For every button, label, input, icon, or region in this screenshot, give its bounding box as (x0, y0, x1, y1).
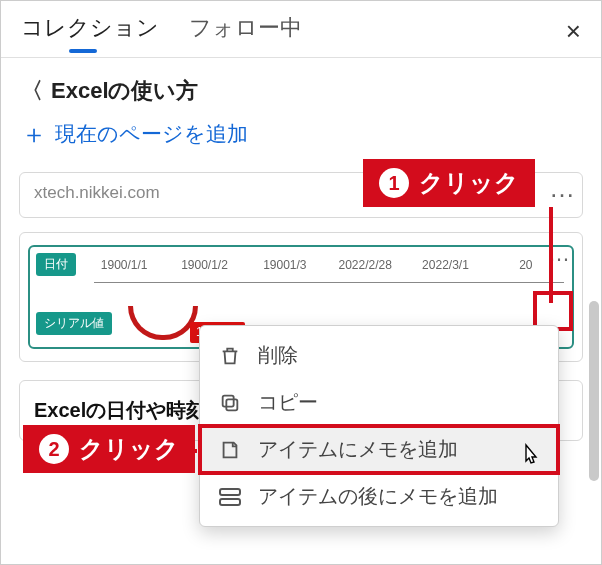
panel-header: コレクション フォロー中 × (1, 1, 601, 58)
svg-rect-1 (223, 395, 234, 406)
callout-number: 2 (39, 434, 69, 464)
chart-row-label: シリアル値 (36, 312, 112, 335)
insert-after-icon (216, 487, 244, 507)
chart-tick: 2022/2/28 (325, 258, 405, 272)
callout-number: 1 (379, 168, 409, 198)
menu-item-add-note-to-item[interactable]: アイテムにメモを追加 (200, 426, 558, 473)
annotation-callout: 2 クリック (23, 425, 195, 473)
collection-subheader: 〈 Excelの使い方 ＋ 現在のページを追加 (1, 58, 601, 166)
chart-tick: 2022/3/1 (405, 258, 485, 272)
menu-item-label: 削除 (258, 342, 298, 369)
plus-icon: ＋ (21, 121, 47, 147)
chevron-left-icon: 〈 (21, 76, 43, 106)
cursor-icon (520, 443, 540, 467)
chart-row-label: 日付 (36, 253, 76, 276)
item-title: Excelの日付や時刻 (34, 399, 206, 421)
menu-item-add-note-after-item[interactable]: アイテムの後にメモを追加 (200, 473, 558, 520)
svg-rect-2 (220, 489, 240, 495)
tab-collections[interactable]: コレクション (21, 13, 159, 49)
annotation-connector (549, 207, 553, 303)
collection-title: Excelの使い方 (51, 76, 199, 106)
menu-item-label: アイテムの後にメモを追加 (258, 483, 498, 510)
arc-graphic (128, 306, 198, 340)
context-menu: 削除 コピー アイテムにメモを追加 アイテムの後にメモを追加 (199, 325, 559, 527)
chart-tick: 1900/1/1 (84, 258, 164, 272)
tab-following[interactable]: フォロー中 (189, 13, 302, 49)
svg-rect-0 (226, 399, 237, 410)
menu-item-copy[interactable]: コピー (200, 379, 558, 426)
scrollbar-thumb[interactable] (589, 301, 599, 481)
close-icon[interactable]: × (566, 18, 581, 44)
add-current-page-button[interactable]: ＋ 現在のページを追加 (21, 120, 581, 148)
callout-text: クリック (79, 433, 179, 465)
trash-icon (216, 345, 244, 367)
collection-more-button[interactable]: … (549, 173, 577, 204)
copy-icon (216, 392, 244, 414)
chart-tick: 19001/3 (245, 258, 325, 272)
menu-item-label: コピー (258, 389, 318, 416)
menu-item-delete[interactable]: 削除 (200, 332, 558, 379)
svg-rect-3 (220, 499, 240, 505)
item-domain: xtech.nikkei.com (34, 183, 160, 202)
menu-item-label: アイテムにメモを追加 (258, 436, 458, 463)
callout-text: クリック (419, 167, 519, 199)
chart-tick: 1900/1/2 (164, 258, 244, 272)
annotation-callout: 1 クリック (363, 159, 535, 207)
add-page-label: 現在のページを追加 (55, 120, 248, 148)
back-button[interactable]: 〈 Excelの使い方 (21, 76, 581, 106)
note-icon (216, 439, 244, 461)
